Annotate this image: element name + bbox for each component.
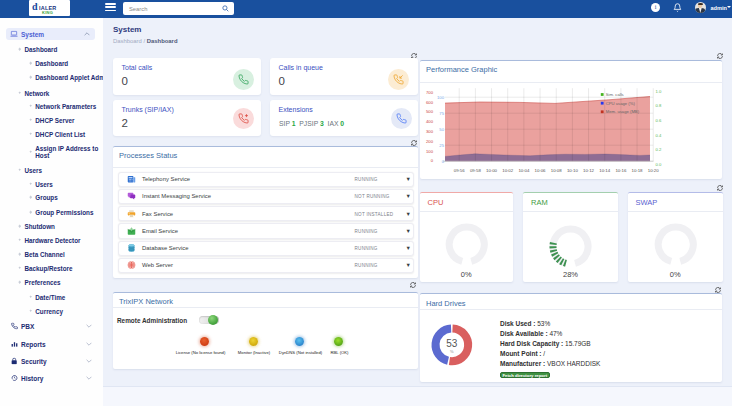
svg-text:400: 400 — [426, 119, 434, 124]
svg-text:200: 200 — [426, 139, 434, 144]
svg-text:0.8: 0.8 — [655, 103, 661, 108]
svg-text:100: 100 — [426, 148, 434, 153]
svg-text:10:02: 10:02 — [502, 168, 514, 173]
svg-text:10:16: 10:16 — [615, 168, 627, 173]
svg-text:25: 25 — [439, 142, 444, 147]
svg-text:10:08: 10:08 — [551, 168, 563, 173]
svg-text:10:06: 10:06 — [535, 168, 547, 173]
svg-text:10:12: 10:12 — [583, 168, 595, 173]
svg-text:1.0: 1.0 — [655, 89, 661, 94]
svg-text:10:04: 10:04 — [518, 168, 530, 173]
svg-text:100: 100 — [437, 94, 445, 99]
svg-text:09:58: 09:58 — [470, 168, 482, 173]
svg-text:09:56: 09:56 — [454, 168, 466, 173]
svg-text:50: 50 — [439, 126, 444, 131]
svg-text:53: 53 — [446, 339, 458, 350]
svg-text:10:18: 10:18 — [632, 168, 644, 173]
svg-text:10:10: 10:10 — [567, 168, 579, 173]
svg-text:300: 300 — [426, 129, 434, 134]
svg-text:0.2: 0.2 — [655, 147, 661, 152]
svg-text:Sim. calls: Sim. calls — [606, 92, 624, 97]
svg-text:0.0: 0.0 — [655, 162, 661, 167]
svg-text:700: 700 — [426, 90, 434, 95]
svg-text:500: 500 — [426, 109, 434, 114]
svg-text:10:14: 10:14 — [599, 168, 611, 173]
svg-text:Mem. usage (MB): Mem. usage (MB) — [606, 109, 640, 114]
svg-text:CPU usage (%): CPU usage (%) — [606, 101, 636, 106]
svg-text:10:00: 10:00 — [486, 168, 498, 173]
svg-text:%: % — [450, 350, 454, 355]
svg-text:0.6: 0.6 — [655, 118, 661, 123]
svg-text:10:20: 10:20 — [648, 168, 660, 173]
svg-text:0: 0 — [431, 158, 434, 163]
svg-text:0.4: 0.4 — [655, 132, 661, 137]
svg-text:75: 75 — [439, 110, 444, 115]
svg-text:600: 600 — [426, 99, 434, 104]
